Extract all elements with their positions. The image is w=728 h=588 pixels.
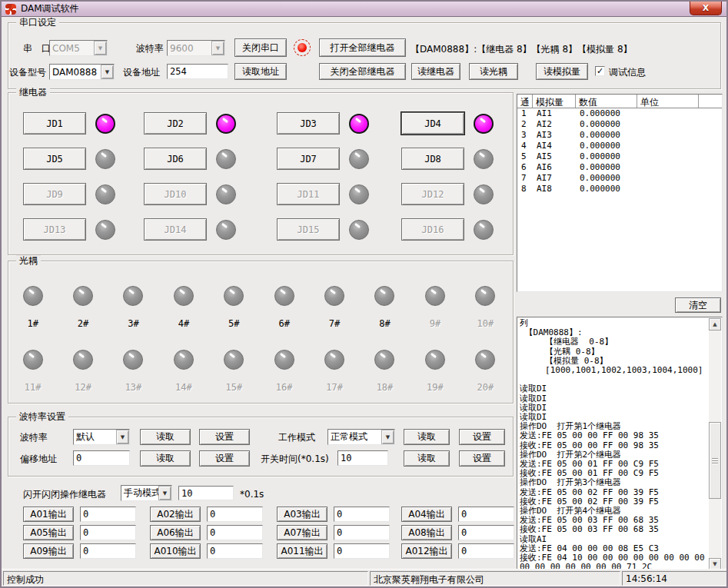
baud-read-button[interactable]: 读取	[140, 429, 191, 445]
close-serial-button[interactable]: 关闭串口	[234, 38, 287, 57]
a07-output-input[interactable]	[334, 525, 390, 540]
read-address-button[interactable]: 读取地址	[234, 63, 287, 80]
device-address-input[interactable]	[167, 64, 228, 79]
output-cell: A01输出	[23, 507, 150, 522]
opto-led-5	[224, 286, 244, 306]
scrollbar-thumb[interactable]	[709, 422, 721, 499]
work-mode-read-button[interactable]: 读取	[404, 429, 450, 445]
table-row-5[interactable]: 5AI50.000000	[517, 151, 722, 162]
relay-button-jd10[interactable]: JD10	[144, 183, 207, 205]
a06-output-button[interactable]: A06输出	[150, 525, 201, 540]
baud-rate-combobox[interactable]: 默认	[73, 429, 130, 445]
a09-output-input[interactable]	[80, 543, 136, 559]
a06-output-input[interactable]	[207, 525, 263, 540]
opto-cell: 19#	[410, 350, 460, 392]
cell-value: 0.000000	[576, 151, 637, 162]
flash-mode-combobox[interactable]: 手动模式	[121, 485, 172, 501]
offset-address-label: 偏移地址	[20, 453, 57, 464]
work-mode-set-button[interactable]: 设置	[459, 429, 505, 445]
relay-button-jd7[interactable]: JD7	[277, 148, 340, 170]
relay-button-jd11[interactable]: JD11	[277, 183, 340, 205]
log-box[interactable]: 列 【DAM0888】: 【继电器 0-8】 【光耦 0-8】 【模拟量 0-8…	[517, 317, 723, 572]
open-all-relays-button[interactable]: 打开全部继电器	[319, 38, 406, 57]
a010-output-input[interactable]	[207, 543, 263, 559]
a01-output-input[interactable]	[80, 507, 136, 522]
opto-cell: 6#	[259, 286, 309, 328]
a011-output-input[interactable]	[334, 543, 390, 559]
table-row-1[interactable]: 1AI10.000000	[517, 108, 722, 119]
opto-group-title: 光耦	[16, 255, 41, 266]
a08-output-button[interactable]: A08输出	[401, 525, 452, 540]
a04-output-input[interactable]	[458, 507, 514, 522]
a012-output-button[interactable]: A012输出	[401, 543, 452, 559]
device-info-label: 【DAM0888】:【继电器 8】【光耦 8】【模拟量 8】	[411, 44, 633, 55]
analog-col-header[interactable]: 模拟量	[533, 95, 576, 108]
read-opto-button[interactable]: 读光耦	[469, 63, 518, 80]
analog-col-header[interactable]: 通	[517, 95, 533, 108]
relay-button-jd8[interactable]: JD8	[401, 148, 464, 170]
baud-combobox[interactable]: 9600	[167, 40, 225, 56]
debug-info-checkbox[interactable]	[595, 66, 605, 76]
work-mode-combobox[interactable]: 正常模式	[327, 429, 395, 445]
table-row-6[interactable]: 6AI60.000000	[517, 162, 722, 173]
a01-output-button[interactable]: A01输出	[23, 507, 74, 522]
relay-button-jd13[interactable]: JD13	[23, 218, 86, 241]
a010-output-button[interactable]: A010输出	[150, 543, 201, 559]
read-relay-button[interactable]: 读继电器	[411, 63, 460, 80]
table-row-2[interactable]: 2AI20.000000	[517, 119, 722, 130]
flash-time-input[interactable]	[178, 486, 234, 500]
a05-output-button[interactable]: A05输出	[23, 525, 74, 540]
relay-button-jd16[interactable]: JD16	[401, 218, 464, 241]
cell-channel: 8	[517, 184, 533, 194]
a03-output-button[interactable]: A03输出	[277, 507, 327, 522]
relay-button-jd14[interactable]: JD14	[144, 218, 207, 241]
a012-output-input[interactable]	[458, 543, 514, 559]
relay-button-jd5[interactable]: JD5	[23, 148, 86, 170]
close-all-relays-button[interactable]: 关闭全部继电器	[319, 63, 406, 80]
opto-label-16: 16#	[276, 383, 293, 392]
a02-output-input[interactable]	[207, 507, 263, 522]
port-combobox[interactable]: COM5	[49, 40, 108, 56]
a04-output-button[interactable]: A04输出	[401, 507, 452, 522]
relay-button-jd2[interactable]: JD2	[144, 112, 207, 135]
relay-button-jd1[interactable]: JD1	[23, 112, 86, 135]
table-row-7[interactable]: 7AI70.000000	[517, 173, 722, 184]
a05-output-input[interactable]	[80, 525, 136, 540]
a07-output-button[interactable]: A07输出	[277, 525, 327, 540]
analog-col-header[interactable]: 单位	[637, 95, 699, 108]
a09-output-button[interactable]: A09输出	[23, 543, 74, 559]
analog-col-header[interactable]	[699, 95, 722, 108]
relay-button-jd4[interactable]: JD4	[401, 112, 464, 135]
opto-label-8: 8#	[379, 319, 390, 328]
relay-cell: JD5	[23, 148, 144, 170]
table-row-3[interactable]: 3AI30.000000	[517, 130, 722, 141]
switch-time-read-button[interactable]: 读取	[404, 450, 450, 467]
offset-set-button[interactable]: 设置	[199, 450, 250, 467]
table-row-8[interactable]: 8AI80.000000	[517, 184, 722, 194]
opto-cell: 1#	[8, 286, 58, 328]
relay-button-jd9[interactable]: JD9	[23, 183, 86, 205]
relay-button-jd6[interactable]: JD6	[144, 148, 207, 170]
a03-output-input[interactable]	[334, 507, 390, 522]
table-row-4[interactable]: 4AI40.000000	[517, 141, 722, 151]
analog-col-header[interactable]: 数值	[576, 95, 637, 108]
relay-button-jd15[interactable]: JD15	[277, 218, 340, 241]
offset-address-input[interactable]	[73, 450, 130, 466]
debug-info-label[interactable]: 调试信息	[609, 67, 646, 78]
clear-button[interactable]: 清空	[675, 297, 721, 313]
model-combobox[interactable]: DAM0888	[49, 64, 115, 80]
offset-read-button[interactable]: 读取	[140, 450, 191, 467]
a02-output-button[interactable]: A02输出	[150, 507, 201, 522]
close-button[interactable]: X	[690, 2, 722, 15]
a011-output-button[interactable]: A011输出	[277, 543, 327, 559]
a08-output-input[interactable]	[458, 525, 514, 540]
relay-button-jd3[interactable]: JD3	[277, 112, 340, 135]
cell-value: 0.000000	[576, 184, 637, 194]
switch-time-set-button[interactable]: 设置	[459, 450, 505, 467]
read-analog-button[interactable]: 读模拟量	[536, 63, 588, 80]
scroll-up-icon[interactable]	[709, 318, 721, 331]
baud-set-button[interactable]: 设置	[199, 429, 250, 445]
switch-time-input[interactable]	[337, 450, 388, 466]
relay-button-jd12[interactable]: JD12	[401, 183, 464, 205]
opto-led-19	[425, 350, 445, 370]
